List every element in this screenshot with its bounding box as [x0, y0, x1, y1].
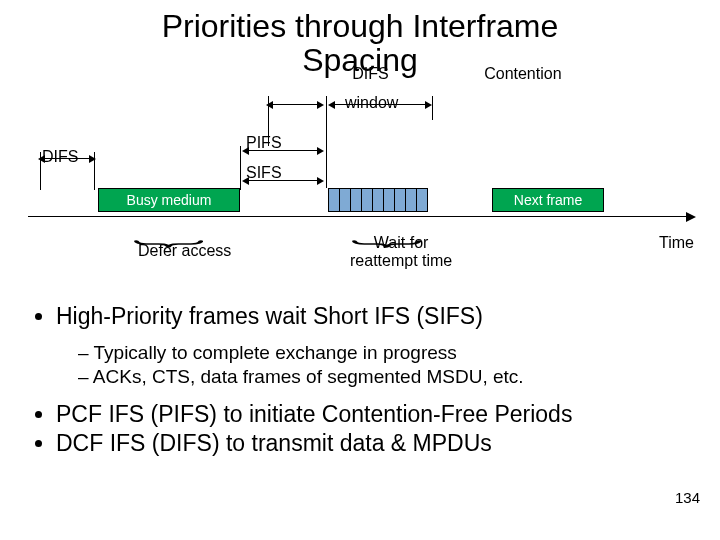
slide-title: Priorities through Interframe Spacing DI…	[0, 10, 720, 77]
next-frame-box: Next frame	[492, 188, 604, 212]
vtick	[326, 96, 327, 188]
difs-arrow-top	[272, 104, 318, 105]
pifs-arrow	[248, 150, 318, 151]
vtick	[240, 146, 241, 190]
time-label: Time	[659, 234, 694, 252]
defer-label: Defer access	[138, 242, 231, 260]
overlap-contention: Contention	[484, 66, 561, 83]
timing-diagram: Busy medium Next frame Time ⏟ ⏟ Defer ac…	[28, 86, 698, 276]
difs-arrow-left	[44, 158, 90, 159]
page-number: 134	[675, 489, 700, 506]
bullet-2: PCF IFS (PIFS) to initiate Contention-Fr…	[56, 400, 690, 429]
wait-line2: reattempt time	[350, 252, 452, 269]
title-line2-wrap: Spacing DIFS Contention	[302, 44, 418, 78]
sub-bullet-1: Typically to complete exchange in progre…	[78, 341, 690, 365]
wait-line1: Wait for	[374, 234, 429, 251]
title-line1: Priorities through Interframe	[162, 8, 559, 44]
contention-window-arrow	[334, 104, 426, 105]
wait-label: Wait for reattempt time	[350, 234, 452, 269]
overlap-difs: DIFS	[352, 66, 388, 83]
bullet-1: High-Priority frames wait Short IFS (SIF…	[56, 302, 690, 331]
vtick	[432, 96, 433, 120]
sifs-arrow	[248, 180, 318, 181]
sub-bullet-2: ACKs, CTS, data frames of segmented MSDU…	[78, 365, 690, 389]
bullet-3: DCF IFS (DIFS) to transmit data & MPDUs	[56, 429, 690, 458]
bullet-list: High-Priority frames wait Short IFS (SIF…	[34, 302, 690, 468]
